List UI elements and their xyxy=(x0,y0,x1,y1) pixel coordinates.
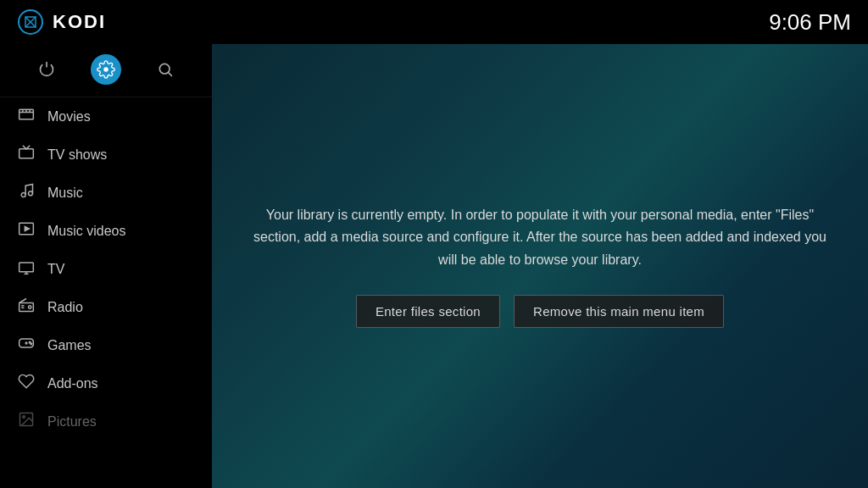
library-message: Your library is currently empty. In orde… xyxy=(243,204,837,271)
pictures-icon xyxy=(17,411,36,432)
svg-rect-13 xyxy=(19,149,34,158)
main-inner: Your library is currently empty. In orde… xyxy=(226,187,854,345)
tvshows-icon xyxy=(17,144,36,165)
addons-label: Add-ons xyxy=(47,376,98,391)
sidebar-item-radio[interactable]: Radio xyxy=(0,288,212,326)
sidebar-nav: Movies TV shows xyxy=(0,97,212,488)
music-label: Music xyxy=(47,186,83,201)
music-icon xyxy=(17,182,36,203)
sidebar: Movies TV shows xyxy=(0,44,212,488)
sidebar-top-buttons xyxy=(0,47,212,97)
addons-icon xyxy=(17,373,36,394)
header-left: KODI xyxy=(17,8,106,36)
power-button[interactable] xyxy=(31,54,62,85)
svg-point-5 xyxy=(159,64,170,74)
kodi-logo-icon xyxy=(17,8,44,36)
movies-icon xyxy=(17,106,36,127)
search-button[interactable] xyxy=(150,54,181,85)
header-time: 9:06 PM xyxy=(769,9,851,36)
enter-files-button[interactable]: Enter files section xyxy=(356,295,500,328)
svg-point-22 xyxy=(29,306,31,308)
svg-point-31 xyxy=(23,416,25,419)
app-container: KODI 9:06 PM xyxy=(0,0,868,488)
radio-icon xyxy=(17,297,36,318)
svg-rect-18 xyxy=(19,263,34,272)
tvshows-label: TV shows xyxy=(47,147,107,163)
musicvideos-icon xyxy=(17,220,36,241)
sidebar-item-music[interactable]: Music xyxy=(0,174,212,212)
action-buttons: Enter files section Remove this main men… xyxy=(243,295,837,328)
body: Movies TV shows xyxy=(0,44,868,488)
svg-point-29 xyxy=(31,343,32,345)
svg-line-6 xyxy=(169,73,172,76)
radio-label: Radio xyxy=(47,300,83,315)
sidebar-item-movies[interactable]: Movies xyxy=(0,97,212,136)
files-button[interactable] xyxy=(91,54,121,85)
sidebar-item-pictures[interactable]: Pictures xyxy=(0,402,212,441)
games-icon xyxy=(17,335,36,356)
tv-label: TV xyxy=(47,262,64,277)
header: KODI 9:06 PM xyxy=(0,0,868,44)
svg-marker-17 xyxy=(25,227,29,231)
remove-menu-item-button[interactable]: Remove this main menu item xyxy=(514,295,724,328)
svg-point-4 xyxy=(103,67,108,72)
app-title: KODI xyxy=(53,11,106,33)
sidebar-item-musicvideos[interactable]: Music videos xyxy=(0,212,212,250)
movies-label: Movies xyxy=(47,109,91,125)
sidebar-item-tvshows[interactable]: TV shows xyxy=(0,136,212,174)
sidebar-item-addons[interactable]: Add-ons xyxy=(0,364,212,402)
musicvideos-label: Music videos xyxy=(47,224,125,239)
games-label: Games xyxy=(47,338,92,353)
sidebar-item-games[interactable]: Games xyxy=(0,326,212,364)
pictures-label: Pictures xyxy=(47,414,97,430)
sidebar-item-tv[interactable]: TV xyxy=(0,250,212,288)
tv-icon xyxy=(17,258,36,280)
main-content: Your library is currently empty. In orde… xyxy=(212,44,868,488)
